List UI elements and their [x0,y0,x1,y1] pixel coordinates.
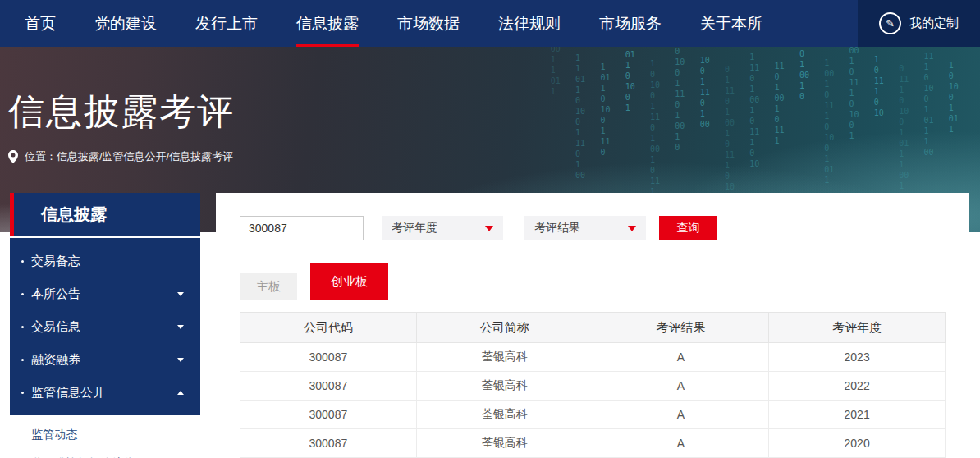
stock-code-input[interactable] [240,216,364,240]
table-cell: 2021 [769,401,946,429]
column-header-year: 考评年度 [769,313,946,343]
table-row: 300087 荃银高科 A 2023 [240,343,946,372]
chevron-down-icon [177,292,184,296]
my-customization-button[interactable]: ✎ 我的定制 [858,0,980,47]
table-cell: 荃银高科 [416,343,593,372]
location-pin-icon [8,150,18,163]
sidebar-subitem-label: 监管动态 [31,428,77,442]
table-cell: A [593,401,769,429]
sidebar-subitem-regulatory-news[interactable]: 监管动态 [10,420,200,449]
breadcrumb: 位置：信息披露/监管信息公开/信息披露考评 [8,149,980,164]
table-cell: 荃银高科 [416,372,593,401]
evaluation-year-dropdown[interactable]: 考评年度 [382,216,503,240]
search-bar: 考评年度 考评结果 查询 [240,216,946,240]
tab-main-board[interactable]: 主板 [240,273,297,300]
sidebar-item-label: 本所公告 [31,286,80,302]
bullet-dot [21,260,24,263]
chevron-down-icon [177,358,184,362]
sidebar-item-label: 交易信息 [31,319,80,335]
dropdown-arrow-icon [485,226,493,231]
table-header-row: 公司代码 公司简称 考评结果 考评年度 [240,313,946,343]
nav-item-about[interactable]: 关于本所 [700,0,762,47]
my-customization-label: 我的定制 [909,16,959,31]
top-nav-bar: 首页 党的建设 发行上市 信息披露 市场数据 法律规则 市场服务 关于本所 ✎ … [0,0,980,47]
sidebar-item-label: 交易备忘 [31,254,80,269]
table-cell: 2020 [769,429,946,458]
sidebar-menu: 交易备忘 本所公告 交易信息 融资融券 监管信息公开 [10,238,200,415]
column-header-company-code: 公司代码 [240,313,417,343]
dropdown-arrow-icon [628,226,636,231]
column-header-result: 考评结果 [593,313,769,343]
chevron-down-icon [177,325,184,329]
column-header-company-name: 公司简称 [416,313,593,343]
table-cell: A [593,343,769,372]
bullet-dot [21,392,24,394]
table-row: 300087 荃银高科 A 2022 [240,372,946,401]
table-cell: 2023 [769,343,946,372]
results-table: 公司代码 公司简称 考评结果 考评年度 300087 荃银高科 A 2023 3… [240,312,946,458]
nav-item-listing[interactable]: 发行上市 [195,0,258,47]
board-tabs: 主板 创业板 [240,263,946,300]
main-panel: 考评年度 考评结果 查询 主板 创业板 公司代码 公司简称 考评结果 考评年度 [216,193,969,458]
tab-chinext[interactable]: 创业板 [310,263,388,300]
sidebar-title[interactable]: 信息披露 [10,193,200,236]
sidebar: 信息披露 交易备忘 本所公告 交易信息 融资融券 [10,193,200,458]
table-cell: 300087 [240,401,417,429]
nav-item-market-data[interactable]: 市场数据 [397,0,460,47]
table-cell: A [593,429,769,458]
nav-items: 首页 党的建设 发行上市 信息披露 市场数据 法律规则 市场服务 关于本所 [0,0,762,47]
sidebar-item-regulatory-disclosure[interactable]: 监管信息公开 [10,376,200,409]
bullet-dot [21,293,24,295]
sidebar-item-exchange-notices[interactable]: 本所公告 [10,277,200,310]
edit-pencil-icon: ✎ [879,12,901,34]
query-button[interactable]: 查询 [659,216,717,240]
evaluation-result-label: 考评结果 [534,221,580,236]
nav-item-party-building[interactable]: 党的建设 [94,0,157,47]
table-cell: 荃银高科 [416,401,593,429]
nav-item-disclosure[interactable]: 信息披露 [296,0,359,47]
nav-item-services[interactable]: 市场服务 [599,0,662,47]
bullet-dot [21,359,24,361]
evaluation-year-label: 考评年度 [392,221,437,236]
sidebar-item-margin-trading[interactable]: 融资融券 [10,343,200,376]
sidebar-submenu: 监管动态 监管措施与纪律处分 [10,415,200,458]
bullet-dot [21,326,24,328]
table-cell: 2022 [769,372,946,401]
sidebar-item-label: 监管信息公开 [31,385,105,401]
sidebar-item-label: 融资融券 [31,352,80,368]
breadcrumb-text: 位置：信息披露/监管信息公开/信息披露考评 [25,149,233,164]
table-cell: 300087 [240,372,417,401]
page-title: 信息披露考评 [8,92,980,131]
table-cell: A [593,372,769,401]
chevron-up-icon [177,391,184,395]
table-cell: 荃银高科 [416,429,593,458]
nav-item-home[interactable]: 首页 [25,0,56,47]
table-row: 300087 荃银高科 A 2021 [240,401,946,429]
nav-item-rules[interactable]: 法律规则 [498,0,561,47]
table-cell: 300087 [240,343,417,372]
evaluation-result-dropdown[interactable]: 考评结果 [524,216,646,240]
table-cell: 300087 [240,429,417,458]
sidebar-subitem-regulatory-measures[interactable]: 监管措施与纪律处分 [10,449,200,458]
sidebar-item-trading-info[interactable]: 交易信息 [10,310,200,343]
table-row: 300087 荃银高科 A 2020 [240,429,946,458]
sidebar-item-trading-memo[interactable]: 交易备忘 [10,245,200,277]
